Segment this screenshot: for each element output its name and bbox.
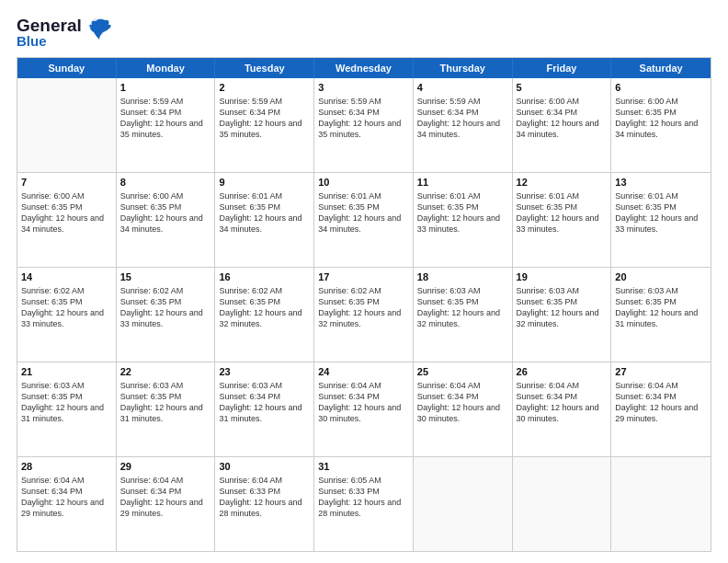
weekday-header: Sunday <box>17 58 117 78</box>
sunset-text: Sunset: 6:34 PM <box>615 392 677 401</box>
calendar-cell: 19Sunrise: 6:03 AMSunset: 6:35 PMDayligh… <box>513 268 612 362</box>
calendar-cell: 17Sunrise: 6:02 AMSunset: 6:35 PMDayligh… <box>314 268 414 362</box>
day-number: 7 <box>21 176 112 190</box>
calendar-cell: 3Sunrise: 5:59 AMSunset: 6:34 PMDaylight… <box>314 78 414 172</box>
sunrise-text: Sunrise: 6:00 AM <box>615 97 678 106</box>
daylight-text: Daylight: 12 hours and 33 minutes. <box>517 213 599 234</box>
daylight-text: Daylight: 12 hours and 28 minutes. <box>318 498 401 518</box>
sunrise-text: Sunrise: 5:59 AM <box>120 97 184 106</box>
page: General Blue SundayMondayTuesdayWednesda… <box>0 0 728 563</box>
calendar-cell <box>611 457 711 551</box>
sunset-text: Sunset: 6:35 PM <box>120 297 182 306</box>
day-number: 26 <box>517 365 608 379</box>
sunset-text: Sunset: 6:35 PM <box>21 297 83 306</box>
sunset-text: Sunset: 6:34 PM <box>517 108 578 117</box>
sunset-text: Sunset: 6:34 PM <box>318 392 380 401</box>
day-number: 30 <box>219 460 310 474</box>
daylight-text: Daylight: 12 hours and 35 minutes. <box>318 119 401 139</box>
sunset-text: Sunset: 6:35 PM <box>615 108 677 117</box>
day-number: 10 <box>318 176 409 190</box>
daylight-text: Daylight: 12 hours and 33 minutes. <box>615 213 698 234</box>
weekday-header: Tuesday <box>215 58 314 78</box>
daylight-text: Daylight: 12 hours and 32 minutes. <box>417 308 500 328</box>
day-number: 20 <box>615 270 707 284</box>
sunrise-text: Sunrise: 6:04 AM <box>417 381 481 390</box>
day-number: 24 <box>318 365 409 379</box>
logo-blue-text: Blue <box>17 34 82 48</box>
logo: General Blue <box>17 17 112 48</box>
day-number: 22 <box>120 365 211 379</box>
sunset-text: Sunset: 6:35 PM <box>417 297 479 306</box>
calendar-row: 21Sunrise: 6:03 AMSunset: 6:35 PMDayligh… <box>17 362 711 457</box>
calendar-cell: 8Sunrise: 6:00 AMSunset: 6:35 PMDaylight… <box>117 173 216 267</box>
day-number: 21 <box>21 365 112 379</box>
calendar-cell <box>17 78 117 172</box>
calendar-cell: 11Sunrise: 6:01 AMSunset: 6:35 PMDayligh… <box>414 173 513 267</box>
calendar-cell: 12Sunrise: 6:01 AMSunset: 6:35 PMDayligh… <box>513 173 612 267</box>
daylight-text: Daylight: 12 hours and 28 minutes. <box>219 498 301 518</box>
sunrise-text: Sunrise: 6:03 AM <box>120 381 184 390</box>
day-number: 3 <box>318 81 409 95</box>
calendar-cell: 7Sunrise: 6:00 AMSunset: 6:35 PMDaylight… <box>17 173 117 267</box>
day-number: 31 <box>318 460 409 474</box>
daylight-text: Daylight: 12 hours and 29 minutes. <box>21 498 104 518</box>
sunrise-text: Sunrise: 6:01 AM <box>615 191 678 201</box>
header: General Blue <box>17 17 711 48</box>
sunset-text: Sunset: 6:34 PM <box>120 487 182 496</box>
day-number: 19 <box>517 270 608 284</box>
sunrise-text: Sunrise: 6:04 AM <box>21 476 85 485</box>
sunset-text: Sunset: 6:35 PM <box>318 297 380 306</box>
calendar-row: 7Sunrise: 6:00 AMSunset: 6:35 PMDaylight… <box>17 173 711 268</box>
daylight-text: Daylight: 12 hours and 30 minutes. <box>318 403 401 423</box>
sunset-text: Sunset: 6:34 PM <box>517 392 578 401</box>
sunrise-text: Sunrise: 6:04 AM <box>615 381 678 390</box>
daylight-text: Daylight: 12 hours and 30 minutes. <box>417 403 500 423</box>
calendar: SundayMondayTuesdayWednesdayThursdayFrid… <box>17 57 711 552</box>
sunset-text: Sunset: 6:34 PM <box>21 487 83 496</box>
sunrise-text: Sunrise: 6:01 AM <box>219 191 282 201</box>
calendar-cell: 24Sunrise: 6:04 AMSunset: 6:34 PMDayligh… <box>314 362 414 456</box>
sunset-text: Sunset: 6:35 PM <box>120 202 182 212</box>
daylight-text: Daylight: 12 hours and 33 minutes. <box>120 308 203 328</box>
calendar-cell: 31Sunrise: 6:05 AMSunset: 6:33 PMDayligh… <box>314 457 414 551</box>
calendar-cell: 18Sunrise: 6:03 AMSunset: 6:35 PMDayligh… <box>414 268 513 362</box>
sunrise-text: Sunrise: 6:04 AM <box>318 381 381 390</box>
day-number: 4 <box>417 81 508 95</box>
calendar-cell: 26Sunrise: 6:04 AMSunset: 6:34 PMDayligh… <box>513 362 612 456</box>
daylight-text: Daylight: 12 hours and 32 minutes. <box>318 308 401 328</box>
calendar-cell: 30Sunrise: 6:04 AMSunset: 6:33 PMDayligh… <box>215 457 314 551</box>
sunset-text: Sunset: 6:35 PM <box>120 392 182 401</box>
day-number: 11 <box>417 176 508 190</box>
sunset-text: Sunset: 6:33 PM <box>219 487 280 496</box>
sunset-text: Sunset: 6:33 PM <box>318 487 380 496</box>
logo-general: General <box>17 17 82 34</box>
sunrise-text: Sunrise: 6:02 AM <box>120 286 184 295</box>
sunrise-text: Sunrise: 6:01 AM <box>417 191 481 201</box>
sunset-text: Sunset: 6:35 PM <box>219 202 280 212</box>
sunset-text: Sunset: 6:34 PM <box>219 392 280 401</box>
calendar-cell: 13Sunrise: 6:01 AMSunset: 6:35 PMDayligh… <box>611 173 711 267</box>
day-number: 16 <box>219 270 310 284</box>
daylight-text: Daylight: 12 hours and 31 minutes. <box>120 403 203 423</box>
daylight-text: Daylight: 12 hours and 30 minutes. <box>517 403 599 423</box>
day-number: 29 <box>120 460 211 474</box>
day-number: 28 <box>21 460 112 474</box>
daylight-text: Daylight: 12 hours and 33 minutes. <box>417 213 500 234</box>
sunset-text: Sunset: 6:34 PM <box>417 392 479 401</box>
weekday-header: Monday <box>117 58 216 78</box>
sunrise-text: Sunrise: 6:01 AM <box>318 191 381 201</box>
sunset-text: Sunset: 6:34 PM <box>417 108 479 117</box>
daylight-text: Daylight: 12 hours and 34 minutes. <box>318 213 401 234</box>
sunrise-text: Sunrise: 6:01 AM <box>517 191 580 201</box>
calendar-cell: 22Sunrise: 6:03 AMSunset: 6:35 PMDayligh… <box>117 362 216 456</box>
calendar-header: SundayMondayTuesdayWednesdayThursdayFrid… <box>17 58 711 78</box>
sunrise-text: Sunrise: 6:00 AM <box>517 97 580 106</box>
daylight-text: Daylight: 12 hours and 34 minutes. <box>517 119 599 139</box>
day-number: 5 <box>517 81 608 95</box>
daylight-text: Daylight: 12 hours and 34 minutes. <box>21 213 104 234</box>
sunset-text: Sunset: 6:35 PM <box>21 392 83 401</box>
calendar-cell: 5Sunrise: 6:00 AMSunset: 6:34 PMDaylight… <box>513 78 612 172</box>
daylight-text: Daylight: 12 hours and 29 minutes. <box>120 498 203 518</box>
calendar-cell: 14Sunrise: 6:02 AMSunset: 6:35 PMDayligh… <box>17 268 117 362</box>
logo-bird-icon <box>86 16 112 45</box>
